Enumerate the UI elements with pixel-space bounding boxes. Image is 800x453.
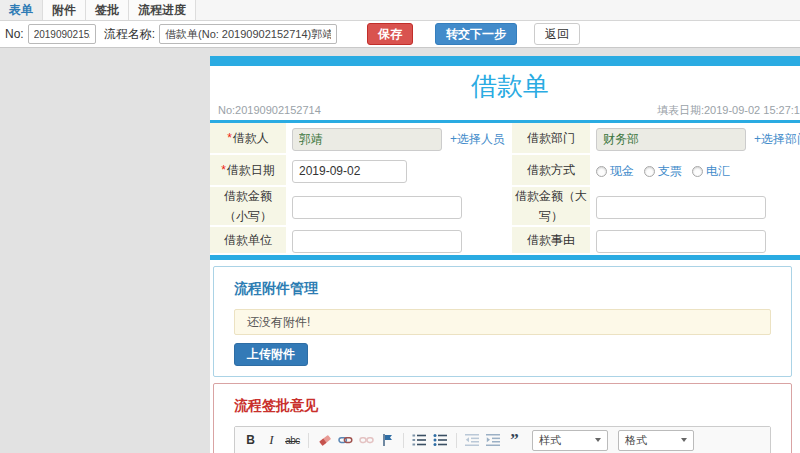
blockquote-button[interactable]: ”: [507, 432, 522, 448]
radio-circle-icon[interactable]: [596, 166, 607, 177]
loan-unit-label: 借款单位: [210, 227, 286, 255]
radio-check[interactable]: 支票: [644, 163, 682, 180]
bold-button[interactable]: B: [243, 432, 258, 448]
loan-date-field: [286, 155, 512, 187]
bulleted-list-button[interactable]: [433, 432, 448, 448]
rich-text-editor: B I abc: [234, 426, 771, 453]
command-bar: No: 流程名称: 保存 转交下一步 返回: [0, 21, 800, 48]
bulleted-list-icon: [433, 433, 448, 447]
tab-progress[interactable]: 流程进度: [129, 0, 196, 20]
flag-icon: [381, 433, 394, 447]
borrower-label: *借款人: [210, 123, 286, 155]
link-button[interactable]: [338, 432, 353, 448]
department-label: 借款部门: [512, 123, 590, 155]
tab-bar: 表单 附件 签批 流程进度: [0, 0, 800, 21]
borrower-field: +选择人员: [286, 123, 512, 155]
approval-section-title: 流程签批意见: [234, 396, 771, 414]
unlink-icon: [359, 433, 374, 447]
save-button[interactable]: 保存: [367, 23, 413, 45]
process-name-input[interactable]: [159, 24, 337, 44]
anchor-flag-button[interactable]: [380, 432, 395, 448]
select-department-link[interactable]: +选择部门: [754, 131, 800, 148]
select-person-link[interactable]: +选择人员: [450, 131, 505, 148]
process-name-label: 流程名称:: [104, 26, 155, 43]
amount-lowercase-field: [286, 187, 512, 227]
department-input[interactable]: [596, 128, 746, 151]
indent-icon: [486, 433, 501, 447]
loan-reason-field: [590, 227, 800, 255]
doc-meta-row: No:20190902152714 填表日期:2019-09-02 15:27:…: [210, 104, 800, 120]
radio-circle-icon[interactable]: [644, 166, 655, 177]
attachments-section: 流程附件管理 还没有附件! 上传附件: [213, 266, 792, 377]
loan-form-table: *借款人 +选择人员 借款部门 +选择部门 *借款日期 借款方式: [210, 120, 800, 260]
back-button[interactable]: 返回: [534, 23, 580, 45]
editor-toolbar: B I abc: [235, 427, 770, 453]
tab-attachments[interactable]: 附件: [43, 0, 86, 20]
loan-unit-field: [286, 227, 512, 255]
loan-date-input[interactable]: [292, 160, 407, 183]
numbered-list-icon: [412, 433, 427, 447]
chevron-down-icon: [681, 438, 687, 442]
style-select[interactable]: 样式: [532, 430, 608, 451]
approval-comment-section: 流程签批意见 B I abc: [213, 383, 792, 453]
amount-uppercase-label: 借款金额（大写）: [512, 187, 590, 227]
loan-date-label: *借款日期: [210, 155, 286, 187]
no-attachment-message: 还没有附件!: [234, 309, 771, 335]
loan-method-field: 现金 支票 电汇: [590, 155, 800, 187]
tab-form[interactable]: 表单: [0, 0, 43, 20]
unlink-button[interactable]: [359, 432, 374, 448]
doc-number: No:20190902152714: [218, 104, 321, 117]
forward-next-step-button[interactable]: 转交下一步: [435, 23, 517, 45]
amount-lowercase-label: 借款金额（小写）: [210, 187, 286, 227]
no-label: No:: [5, 27, 24, 41]
toolbar-divider: [308, 433, 309, 448]
link-icon: [338, 433, 353, 447]
page-title: 借款单: [210, 66, 800, 104]
eraser-icon: [318, 433, 332, 447]
loan-unit-input[interactable]: [292, 230, 462, 253]
document-panel: 借款单 No:20190902152714 填表日期:2019-09-02 15…: [210, 56, 800, 453]
no-input[interactable]: [28, 24, 96, 44]
indent-button[interactable]: [486, 432, 501, 448]
numbered-list-button[interactable]: [412, 432, 427, 448]
chevron-down-icon: [595, 438, 601, 442]
screen: 表单 附件 签批 流程进度 No: 流程名称: 保存 转交下一步 返回 借款单 …: [0, 0, 800, 453]
italic-button[interactable]: I: [264, 432, 279, 448]
toolbar-divider: [456, 433, 457, 448]
strikethrough-button[interactable]: abc: [285, 432, 300, 448]
borrower-input[interactable]: [292, 128, 442, 151]
amount-uppercase-field: [590, 187, 800, 227]
doc-fill-date: 填表日期:2019-09-02 15:27:1: [657, 104, 800, 117]
loan-reason-input[interactable]: [596, 230, 766, 253]
loan-reason-label: 借款事由: [512, 227, 590, 255]
radio-cash[interactable]: 现金: [596, 163, 634, 180]
required-asterisk: *: [221, 163, 226, 177]
remove-format-button[interactable]: [317, 432, 332, 448]
tab-approval[interactable]: 签批: [86, 0, 129, 20]
department-field: +选择部门: [590, 123, 800, 155]
attachments-section-title: 流程附件管理: [234, 279, 771, 297]
amount-uppercase-input[interactable]: [596, 196, 766, 219]
outdent-icon: [465, 433, 480, 447]
outdent-button[interactable]: [465, 432, 480, 448]
upload-attachment-button[interactable]: 上传附件: [234, 343, 308, 366]
format-select[interactable]: 格式: [618, 430, 694, 451]
loan-method-label: 借款方式: [512, 155, 590, 187]
toolbar-divider: [403, 433, 404, 448]
panel-accent-bar: [210, 56, 800, 66]
radio-wire-transfer[interactable]: 电汇: [692, 163, 730, 180]
radio-circle-icon[interactable]: [692, 166, 703, 177]
amount-lowercase-input[interactable]: [292, 196, 462, 219]
required-asterisk: *: [227, 131, 232, 145]
